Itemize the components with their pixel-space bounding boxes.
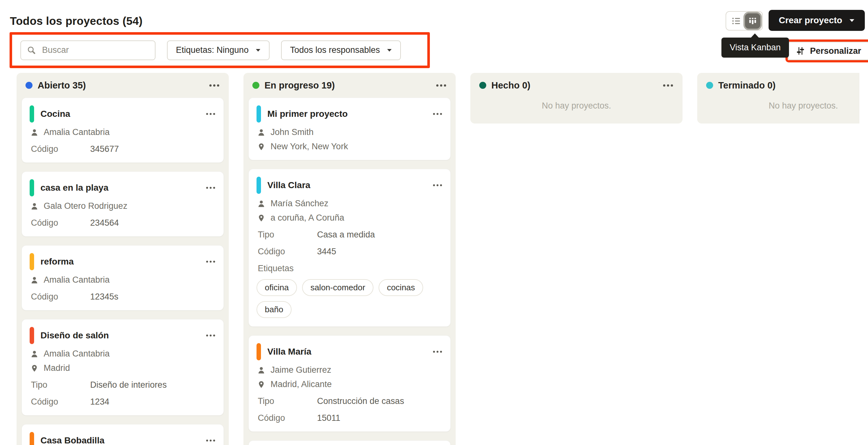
column-title: Abierto 35) xyxy=(38,80,86,91)
empty-column-text: No hay proyectos. xyxy=(470,101,683,124)
assignee-row: Amalia Cantabria xyxy=(30,349,216,359)
project-card[interactable]: Villa María Jaime Gutierrez Madrid, Alic… xyxy=(249,336,451,432)
card-menu-button[interactable] xyxy=(432,349,443,354)
project-card[interactable]: Mi primer proyecto John Smith New York, … xyxy=(249,98,451,160)
assignee-row: Gala Otero Rodriguez xyxy=(30,201,216,211)
project-title: Mi primer proyecto xyxy=(267,109,348,119)
sliders-icon xyxy=(796,46,805,56)
card-menu-button[interactable] xyxy=(206,259,216,265)
caret-down-icon xyxy=(255,49,261,52)
card-menu-button[interactable] xyxy=(206,111,216,117)
field-value: Construcción de casas xyxy=(317,396,404,406)
project-card[interactable]: casa en la playa Gala Otero Rodriguez Có… xyxy=(22,172,224,237)
tag-pill: cocinas xyxy=(378,279,423,296)
location-row: a coruña, A Coruña xyxy=(256,213,443,223)
tooltip-arrow-icon xyxy=(750,33,760,38)
field-value: 345677 xyxy=(90,144,119,154)
tag-pill: baño xyxy=(256,301,291,318)
field-label: Código xyxy=(31,144,90,154)
person-icon xyxy=(257,128,266,137)
kanban-view-tooltip: Vista Kanban xyxy=(721,38,789,58)
filters-highlight-box: Etiquetas: Ninguno Todos los responsable… xyxy=(9,32,430,68)
list-view-button[interactable] xyxy=(730,13,743,29)
project-color-bar xyxy=(30,253,34,270)
column-en-progreso: En progreso 19) Mi primer proyecto John … xyxy=(243,73,456,445)
field-row: Código 12345s xyxy=(30,292,216,302)
kanban-view-icon xyxy=(748,16,757,26)
kanban-view-button[interactable] xyxy=(745,13,760,29)
tags-filter-dropdown[interactable]: Etiquetas: Ninguno xyxy=(167,40,270,60)
column-menu-button[interactable] xyxy=(209,82,220,89)
assignee-name: Amalia Cantabria xyxy=(44,349,110,359)
project-title: Diseño de salón xyxy=(40,331,109,341)
column-menu-button[interactable] xyxy=(436,82,447,89)
customize-label: Personalizar xyxy=(810,46,861,56)
project-card[interactable]: Diseño de salón Amalia Cantabria Madrid … xyxy=(22,319,224,415)
assignee-name: María Sánchez xyxy=(271,199,329,208)
field-label: Tipo xyxy=(258,230,317,240)
project-card[interactable]: reforma Amalia Cantabria Código 12345s xyxy=(22,245,224,310)
responsible-filter-label: Todos los responsables xyxy=(290,45,380,55)
search-input-wrapper[interactable] xyxy=(21,40,155,60)
card-menu-button[interactable] xyxy=(206,438,216,443)
location-name: Madrid, Alicante xyxy=(271,379,332,389)
card-menu-button[interactable] xyxy=(206,185,216,191)
field-row: Código 1234 xyxy=(30,397,216,407)
project-color-bar xyxy=(256,177,261,194)
field-value: 12345s xyxy=(90,292,119,302)
status-dot xyxy=(706,82,713,89)
field-value: Diseño de interiores xyxy=(90,380,167,390)
column-title: Terminado 0) xyxy=(718,80,776,91)
field-label: Código xyxy=(258,247,317,256)
project-title: reforma xyxy=(40,256,73,267)
project-color-bar xyxy=(30,179,34,196)
customize-button[interactable]: Personalizar xyxy=(788,42,868,60)
search-input[interactable] xyxy=(41,45,149,56)
field-row: Código 345677 xyxy=(30,144,216,154)
column-header: En progreso 19) xyxy=(243,73,456,98)
person-icon xyxy=(257,200,266,208)
field-label: Código xyxy=(31,397,90,407)
card-menu-button[interactable] xyxy=(206,333,216,338)
create-project-label: Crear proyecto xyxy=(779,15,842,26)
field-row: Tipo Casa a medida xyxy=(256,230,443,240)
tag-pill: oficina xyxy=(256,279,297,296)
project-card[interactable]: Casa Bobadilla xyxy=(22,424,224,445)
project-card[interactable]: Villa Clara María Sánchez a coruña, A Co… xyxy=(249,169,451,327)
column-terminado: Terminado 0) No hay proyectos. xyxy=(697,73,859,124)
field-value: 1234 xyxy=(90,397,109,407)
project-card[interactable] xyxy=(249,441,451,445)
map-pin-icon xyxy=(257,143,266,151)
responsible-filter-dropdown[interactable]: Todos los responsables xyxy=(281,40,401,60)
field-value: Casa a medida xyxy=(317,230,375,240)
create-project-button[interactable]: Crear proyecto xyxy=(769,10,865,31)
field-label: Código xyxy=(31,218,90,228)
field-value: 3445 xyxy=(317,247,336,256)
project-color-bar xyxy=(256,105,261,123)
project-title: Casa Bobadilla xyxy=(40,436,104,445)
column-cards: Cocina Amalia Cantabria Código 345677 xyxy=(17,98,229,445)
assignee-name: Jaime Gutierrez xyxy=(271,365,331,375)
column-header: Abierto 35) xyxy=(17,73,229,98)
list-view-icon xyxy=(731,16,742,26)
search-icon xyxy=(27,45,36,55)
project-card[interactable]: Cocina Amalia Cantabria Código 345677 xyxy=(22,98,224,163)
kanban-board: Abierto 35) Cocina Amalia Cantabria C xyxy=(17,73,859,445)
field-row: Código 234564 xyxy=(30,218,216,228)
tag-pill: salon-comedor xyxy=(302,279,373,296)
view-toggle xyxy=(725,11,763,31)
assignee-row: María Sánchez xyxy=(256,199,443,208)
field-row: Tipo Diseño de interiores xyxy=(30,380,216,390)
card-menu-button[interactable] xyxy=(432,182,443,188)
map-pin-icon xyxy=(257,214,266,222)
empty-column-text: No hay proyectos. xyxy=(697,101,859,124)
field-row: Código 15011 xyxy=(256,413,443,423)
status-dot xyxy=(479,82,486,89)
tooltip-text: Vista Kanban xyxy=(730,43,781,53)
field-row: Tipo Construcción de casas xyxy=(256,396,443,406)
person-icon xyxy=(30,128,38,137)
card-menu-button[interactable] xyxy=(432,111,443,117)
page-title: Todos los proyectos (54) xyxy=(10,14,143,27)
column-hecho: Hecho 0) No hay proyectos. xyxy=(470,73,683,124)
column-menu-button[interactable] xyxy=(662,82,674,89)
